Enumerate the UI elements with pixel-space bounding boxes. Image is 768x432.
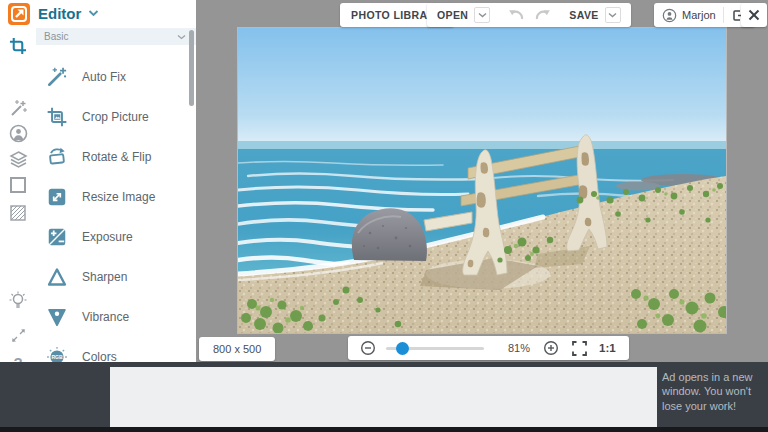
tool-rail: ? <box>0 28 36 362</box>
section-chevron-icon <box>177 34 186 40</box>
exposure-icon <box>46 226 68 248</box>
sharpen-icon <box>46 266 68 288</box>
menu-item-label: Crop Picture <box>82 110 149 124</box>
svg-text:RGB: RGB <box>51 354 63 360</box>
app-header: Editor <box>0 0 196 28</box>
close-button[interactable] <box>741 3 767 27</box>
menu-item-label: Vibrance <box>82 310 129 324</box>
close-icon <box>748 9 760 21</box>
zoom-in-button[interactable] <box>543 340 559 356</box>
zoom-out-button[interactable] <box>360 340 376 356</box>
tool-panel: Basic Auto Fix Crop Picture Rotate & Fli… <box>36 28 196 362</box>
menu-item-resize-image[interactable]: Resize Image <box>36 177 188 217</box>
file-actions-box: OPEN SAVE <box>427 3 631 27</box>
section-label: Basic <box>44 31 68 42</box>
vibrance-icon <box>46 306 68 328</box>
fit-screen-button[interactable] <box>572 341 587 356</box>
editor-title: Editor <box>38 5 81 22</box>
menu-item-crop-picture[interactable]: Crop Picture <box>36 97 188 137</box>
ad-placeholder[interactable] <box>110 367 657 427</box>
save-button[interactable]: SAVE <box>569 9 598 21</box>
scrollbar-thumb[interactable] <box>189 30 194 106</box>
section-header-basic[interactable]: Basic <box>36 28 196 45</box>
menu-item-label: Resize Image <box>82 190 155 204</box>
image-size-label: 800 x 500 <box>213 343 261 355</box>
image-size-box: 800 x 500 <box>199 337 275 361</box>
tips-bulb-icon[interactable] <box>0 289 36 313</box>
menu-item-rotate-flip[interactable]: Rotate & Flip <box>36 137 188 177</box>
beach-bench-photo <box>238 28 726 333</box>
ad-note-text: Ad opens in a new window. You won't lose… <box>662 370 760 413</box>
user-account-box: Marjon <box>654 3 755 27</box>
rotate-flip-icon <box>46 146 68 168</box>
redo-icon[interactable] <box>534 8 551 22</box>
divider <box>723 7 724 23</box>
menu-item-label: Exposure <box>82 230 133 244</box>
resize-image-icon <box>46 186 68 208</box>
frames-icon[interactable] <box>0 173 36 197</box>
textures-icon[interactable] <box>0 201 36 225</box>
zoom-percent-label: 81% <box>502 342 530 354</box>
user-avatar-icon <box>662 8 677 23</box>
crop-tool-icon[interactable] <box>0 34 36 58</box>
ad-bar: Ad opens in a new window. You won't lose… <box>0 362 768 432</box>
tool-menu: Auto Fix Crop Picture Rotate & Flip Resi… <box>36 51 188 377</box>
auto-fix-wand-icon <box>46 66 68 88</box>
menu-item-label: Auto Fix <box>82 70 126 84</box>
open-button[interactable]: OPEN <box>437 9 468 21</box>
app-logo-icon[interactable] <box>8 3 30 25</box>
menu-item-auto-fix[interactable]: Auto Fix <box>36 57 188 97</box>
zoom-slider-thumb[interactable] <box>396 342 409 355</box>
layers-icon[interactable] <box>0 147 36 171</box>
open-dropdown-chevron[interactable] <box>474 7 490 23</box>
fullscreen-arrows-icon[interactable] <box>0 323 36 347</box>
actual-size-button[interactable]: 1:1 <box>599 342 616 354</box>
panel-scrollbar[interactable] <box>189 30 194 340</box>
editor-chevron-down-icon[interactable] <box>88 9 99 17</box>
zoom-controls: 81% 1:1 <box>348 336 629 360</box>
save-dropdown-chevron[interactable] <box>605 7 621 23</box>
photo-editor-app: Editor <box>0 0 768 432</box>
menu-item-label: Sharpen <box>82 270 127 284</box>
crop-picture-icon <box>46 106 68 128</box>
menu-item-label: Rotate & Flip <box>82 150 151 164</box>
magic-wand-icon[interactable] <box>0 96 36 120</box>
ad-bottom-strip <box>0 427 768 432</box>
zoom-slider[interactable] <box>386 347 484 350</box>
photo-canvas[interactable] <box>238 28 726 333</box>
user-name[interactable]: Marjon <box>682 9 716 21</box>
menu-item-exposure[interactable]: Exposure <box>36 217 188 257</box>
retouch-face-icon[interactable] <box>0 121 36 145</box>
menu-item-sharpen[interactable]: Sharpen <box>36 257 188 297</box>
menu-item-vibrance[interactable]: Vibrance <box>36 297 188 337</box>
undo-icon[interactable] <box>508 8 525 22</box>
